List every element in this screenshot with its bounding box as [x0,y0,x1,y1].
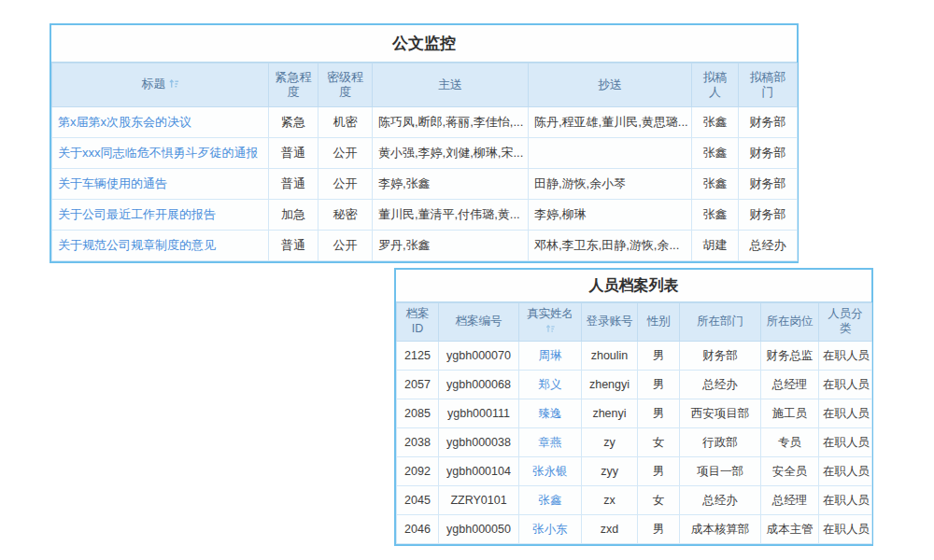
secrecy-cell: 公开 [318,169,373,200]
column-header-login-account: 登录账号 [582,303,638,342]
draft-dept-cell: 财务部 [739,200,798,231]
column-header-file-id: 档案ID [397,303,439,342]
urgency-cell: 普通 [269,231,318,261]
column-header-main-send: 主送 [373,63,529,107]
file-no-cell: ZZRY0101 [439,486,519,515]
department-cell: 行政部 [680,428,761,457]
doc-title-link[interactable]: 第x届第x次股东会的决议 [58,115,191,129]
position-cell: 成本主管 [761,515,819,544]
table-row: 关于公司最近工作开展的报告 加急 秘密 董川民,董清平,付伟璐,黄... 李婷,… [52,200,798,231]
secrecy-cell: 公开 [318,231,373,261]
cc-cell: 田静,游恢,余小琴 [529,169,692,200]
person-type-cell: 在职人员 [819,515,872,544]
table-row: 2057 ygbh000068 郑义 zhengyi 男 总经办 总经理 在职人… [397,371,872,399]
file-id-cell: 2038 [397,428,439,457]
sort-icon[interactable] [169,77,179,92]
department-cell: 西安项目部 [680,399,761,428]
table-row: 2038 ygbh000038 章燕 zy 女 行政部 专员 在职人员 [397,428,872,457]
table-row: 2045 ZZRY0101 张鑫 zx 女 总经办 总经理 在职人员 [397,486,872,515]
department-cell: 总经办 [680,486,761,515]
person-type-cell: 在职人员 [819,457,872,486]
column-header-title[interactable]: 标题 [52,63,269,107]
real-name-link[interactable]: 郑义 [539,378,562,391]
main-send-cell: 董川民,董清平,付伟璐,黄... [373,200,529,231]
column-header-real-name[interactable]: 真实姓名 [519,303,582,342]
table-row: 关于规范公司规章制度的意见 普通 公开 罗丹,张鑫 邓林,李卫东,田静,游恢,余… [52,231,798,261]
file-no-cell: ygbh000070 [439,342,519,371]
table-row: 2085 ygbh000111 臻逸 zhenyi 男 西安项目部 施工员 在职… [397,399,872,428]
doc-title-link[interactable]: 关于xxx同志临危不惧勇斗歹徒的通报 [58,146,259,160]
real-name-link[interactable]: 张小东 [532,523,568,536]
urgency-cell: 加急 [269,200,318,231]
login-account-cell: zy [582,428,638,457]
file-id-cell: 2125 [397,342,439,371]
login-account-cell: zyy [582,457,638,486]
main-send-cell: 黄小强,李婷,刘健,柳琳,宋... [373,138,529,169]
department-cell: 项目一部 [680,457,761,486]
file-no-cell: ygbh000111 [439,399,519,428]
real-name-link[interactable]: 张永银 [532,465,568,478]
real-name-link[interactable]: 张鑫 [539,494,562,507]
secrecy-cell: 机密 [318,107,373,138]
doc-monitor-panel: 公文监控 标题 紧急程度 密级程度 主送 抄送 拟稿人 拟稿部门 第x届第x次股… [50,23,799,263]
column-header-person-type: 人员分类 [819,303,872,342]
gender-cell: 女 [638,486,680,515]
file-id-cell: 2085 [397,399,439,428]
real-name-link[interactable]: 周琳 [539,349,562,362]
department-cell: 成本核算部 [680,515,761,544]
table-row: 2125 ygbh000070 周琳 zhoulin 男 财务部 财务总监 在职… [397,342,872,371]
urgency-cell: 普通 [269,169,318,200]
table-row: 第x届第x次股东会的决议 紧急 机密 陈巧凤,断郎,蒋丽,李佳怡,... 陈丹,… [52,107,798,138]
cc-cell [529,138,692,169]
column-header-urgency: 紧急程度 [269,63,318,107]
draft-dept-cell: 财务部 [739,107,798,138]
drafter-cell: 张鑫 [692,107,739,138]
person-type-cell: 在职人员 [819,486,872,515]
position-cell: 安全员 [761,457,819,486]
drafter-cell: 张鑫 [692,169,739,200]
drafter-cell: 张鑫 [692,138,739,169]
column-header-real-name-label: 真实姓名 [527,307,573,320]
file-id-cell: 2057 [397,371,439,399]
column-header-secrecy: 密级程度 [318,63,373,107]
doc-header-row: 标题 紧急程度 密级程度 主送 抄送 拟稿人 拟稿部门 [52,63,798,107]
person-type-cell: 在职人员 [819,371,872,399]
gender-cell: 男 [638,342,680,371]
table-row: 关于xxx同志临危不惧勇斗歹徒的通报 普通 公开 黄小强,李婷,刘健,柳琳,宋.… [52,138,798,169]
urgency-cell: 普通 [269,138,318,169]
gender-cell: 男 [638,457,680,486]
urgency-cell: 紧急 [269,107,318,138]
doc-monitor-title: 公文监控 [51,25,797,63]
login-account-cell: zhengyi [582,371,638,399]
doc-title-link[interactable]: 关于规范公司规章制度的意见 [58,238,216,252]
position-cell: 总经理 [761,486,819,515]
person-header-row: 档案ID 档案编号 真实姓名 登录账号 性别 所在部门 所在岗位 人员分类 [397,303,872,342]
file-no-cell: ygbh000104 [439,457,519,486]
doc-title-link[interactable]: 关于车辆使用的通告 [58,176,167,190]
sort-icon[interactable] [523,323,577,338]
draft-dept-cell: 总经办 [739,231,798,261]
doc-title-link[interactable]: 关于公司最近工作开展的报告 [58,207,216,221]
table-row: 2092 ygbh000104 张永银 zyy 男 项目一部 安全员 在职人员 [397,457,872,486]
column-header-department: 所在部门 [680,303,761,342]
column-header-draft-dept: 拟稿部门 [739,63,798,107]
personnel-file-panel: 人员档案列表 档案ID 档案编号 真实姓名 登录账号 性别 所在部门 所在岗位 … [394,268,873,546]
table-row: 2046 ygbh000050 张小东 zxd 男 成本核算部 成本主管 在职人… [397,515,872,544]
main-send-cell: 陈巧凤,断郎,蒋丽,李佳怡,... [373,107,529,138]
column-header-cc: 抄送 [529,63,692,107]
drafter-cell: 张鑫 [692,200,739,231]
table-row: 关于车辆使用的通告 普通 公开 李婷,张鑫 田静,游恢,余小琴 张鑫 财务部 [52,169,798,200]
real-name-link[interactable]: 章燕 [539,436,562,449]
person-type-cell: 在职人员 [819,399,872,428]
cc-cell: 李婷,柳琳 [529,200,692,231]
department-cell: 总经办 [680,371,761,399]
column-header-gender: 性别 [638,303,680,342]
gender-cell: 男 [638,371,680,399]
real-name-link[interactable]: 臻逸 [539,407,562,420]
column-header-title-label: 标题 [142,77,166,91]
login-account-cell: zhenyi [582,399,638,428]
login-account-cell: zx [582,486,638,515]
drafter-cell: 胡建 [692,231,739,261]
draft-dept-cell: 财务部 [739,169,798,200]
file-id-cell: 2045 [397,486,439,515]
